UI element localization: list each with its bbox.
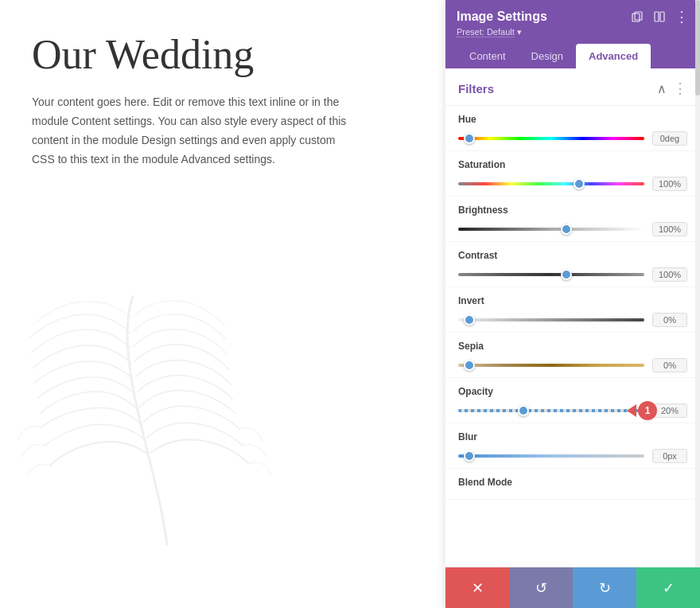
sepia-value[interactable]: 0% [652, 358, 687, 372]
svg-rect-2 [655, 12, 659, 21]
page-description: Your content goes here. Edit or remove t… [32, 93, 350, 169]
hue-filter-row: Hue 0deg [445, 106, 700, 151]
panel-title: Image Settings [457, 10, 547, 24]
fern-decoration [16, 258, 318, 560]
invert-control: 0% [458, 313, 687, 327]
invert-value[interactable]: 0% [652, 313, 687, 327]
panel-footer: ✕ ↺ ↻ ✓ [445, 567, 700, 608]
panel-menu-icon[interactable]: ⋮ [675, 10, 689, 24]
saturation-control: 100% [458, 177, 687, 191]
settings-panel: Image Settings ⋮ Preset: Defau [445, 0, 700, 608]
tab-advanced[interactable]: Advanced [576, 44, 651, 68]
sepia-slider[interactable] [458, 359, 644, 372]
invert-slider[interactable] [458, 314, 644, 326]
saturation-value[interactable]: 100% [652, 177, 687, 191]
confirm-button[interactable]: ✓ [636, 567, 700, 608]
page-title: Our Wedding [32, 32, 414, 77]
redo-button[interactable]: ↻ [573, 567, 636, 608]
invert-label: Invert [458, 295, 687, 306]
contrast-slider[interactable] [458, 268, 644, 281]
scrollbar-track[interactable] [695, 0, 700, 567]
annotation-arrow [627, 404, 636, 417]
filters-section-title: Filters [458, 82, 494, 95]
blur-value[interactable]: 0px [652, 449, 687, 463]
brightness-label: Brightness [458, 205, 687, 216]
opacity-value[interactable]: 20% [652, 403, 687, 418]
hue-label: Hue [458, 114, 687, 125]
blur-slider[interactable] [458, 450, 644, 462]
columns-icon[interactable] [652, 10, 667, 24]
opacity-slider[interactable] [458, 404, 644, 417]
tab-design[interactable]: Design [519, 44, 576, 68]
annotation-badge: 1 [638, 401, 657, 420]
preset-label[interactable]: Preset: Default ▾ [457, 27, 689, 37]
sepia-label: Sepia [458, 341, 687, 352]
contrast-value[interactable]: 100% [652, 267, 687, 282]
panel-header-icons: ⋮ [630, 10, 689, 24]
contrast-filter-row: Contrast 100% [445, 242, 700, 287]
collapse-icon[interactable]: ∧ [657, 81, 667, 96]
blur-control: 0px [458, 449, 687, 463]
saturation-filter-row: Saturation 100% [445, 151, 700, 197]
hue-value[interactable]: 0deg [652, 131, 687, 146]
undo-button[interactable]: ↺ [509, 567, 573, 608]
brightness-filter-row: Brightness 100% [445, 197, 700, 242]
panel-header: Image Settings ⋮ Preset: Defau [445, 0, 700, 44]
content-area: Our Wedding Your content goes here. Edit… [0, 0, 445, 608]
contrast-label: Contrast [458, 250, 687, 261]
panel-tabs: Content Design Advanced [445, 44, 700, 68]
opacity-label: Opacity [458, 386, 687, 397]
saturation-label: Saturation [458, 159, 687, 170]
filters-section-header: Filters ∧ ⋮ [445, 68, 700, 106]
copy-icon[interactable] [630, 10, 644, 24]
blur-filter-row: Blur 0px [445, 423, 700, 469]
cancel-button[interactable]: ✕ [445, 567, 509, 608]
opacity-control: 1 20% [458, 403, 687, 418]
blend-mode-label: Blend Mode [458, 477, 687, 488]
panel-body: Filters ∧ ⋮ Hue 0deg Saturation [445, 68, 700, 608]
sepia-filter-row: Sepia 0% [445, 333, 700, 378]
saturation-slider[interactable] [458, 177, 644, 190]
hue-slider[interactable] [458, 132, 644, 145]
hue-control: 0deg [458, 131, 687, 146]
svg-rect-3 [660, 12, 664, 21]
tab-content[interactable]: Content [457, 44, 519, 68]
opacity-filter-row: Opacity 1 20% [445, 378, 700, 423]
scrollbar-thumb[interactable] [695, 0, 700, 95]
blur-label: Blur [458, 431, 687, 442]
blend-mode-filter-row: Blend Mode [445, 469, 700, 500]
sepia-control: 0% [458, 358, 687, 372]
contrast-control: 100% [458, 267, 687, 282]
brightness-control: 100% [458, 222, 687, 236]
section-controls: ∧ ⋮ [657, 80, 687, 97]
invert-filter-row: Invert 0% [445, 287, 700, 333]
brightness-slider[interactable] [458, 223, 644, 236]
filters-menu-icon[interactable]: ⋮ [673, 80, 687, 97]
brightness-value[interactable]: 100% [652, 222, 687, 236]
